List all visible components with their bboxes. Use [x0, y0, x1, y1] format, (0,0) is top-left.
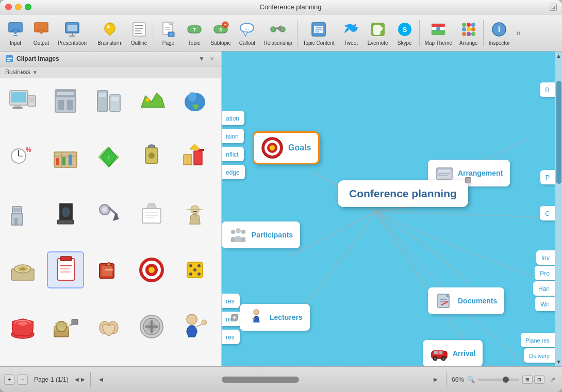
maximize-button[interactable]: [25, 4, 31, 10]
node-partial-edge[interactable]: edge: [222, 165, 245, 179]
toolbar-evernote[interactable]: Evernote: [365, 18, 391, 48]
clipart-item[interactable]: [90, 82, 127, 120]
skype-icon: S: [395, 20, 414, 39]
clipart-item[interactable]: [90, 251, 127, 288]
page-next-btn[interactable]: ▶: [81, 377, 85, 382]
toolbar-output[interactable]: Output: [29, 18, 54, 48]
svg-text:S: S: [402, 26, 407, 33]
clipart-item[interactable]: [176, 82, 213, 120]
zoom-thumb[interactable]: [503, 377, 509, 383]
canvas-scrollbar-thumb[interactable]: [222, 377, 299, 383]
category-arrow: ▼: [32, 70, 38, 75]
toolbar-topic-content[interactable]: Topic Content: [300, 18, 337, 48]
node-documents[interactable]: Documents: [428, 287, 504, 314]
node-partial-right-c[interactable]: C: [540, 206, 555, 220]
view-full-btn[interactable]: ⊡: [534, 376, 544, 384]
node-partial-res2[interactable]: res: [222, 330, 240, 344]
node-lecturers[interactable]: Lecturers: [240, 304, 310, 331]
toolbar-tweet[interactable]: Tweet: [339, 18, 363, 48]
clipart-item[interactable]: [133, 251, 170, 288]
node-partial-right-pro[interactable]: Pro: [535, 266, 555, 280]
lecturers-expand[interactable]: [229, 312, 240, 322]
clipart-item[interactable]: [4, 82, 41, 120]
svg-rect-61: [7, 60, 10, 61]
node-partial-right-plane[interactable]: Plane res: [521, 333, 555, 347]
clipart-item[interactable]: [47, 139, 84, 176]
clipart-item[interactable]: ↑: [90, 139, 127, 176]
node-partial-ision[interactable]: ision: [222, 129, 244, 143]
clipart-item[interactable]: [133, 308, 170, 345]
node-goals[interactable]: Goals: [253, 131, 320, 164]
category-bar[interactable]: Business ▼: [0, 66, 221, 78]
clipart-scroll-btn[interactable]: ▼: [199, 55, 205, 62]
clipart-item[interactable]: [4, 195, 41, 232]
node-partial-right-p[interactable]: P: [540, 170, 555, 184]
node-partial-right-r[interactable]: R: [540, 82, 555, 97]
node-partial-nflict[interactable]: nflict: [222, 147, 244, 161]
clipart-item[interactable]: [47, 195, 84, 232]
clipart-item[interactable]: %-: [4, 139, 41, 176]
clipart-item[interactable]: ⚊: [176, 195, 213, 232]
partial-label: Plane res: [526, 337, 550, 344]
node-partial-right-inv[interactable]: Inv: [536, 250, 555, 265]
clipart-item[interactable]: [176, 139, 213, 176]
clipart-item[interactable]: [133, 82, 170, 120]
toolbar-arrange[interactable]: Arrange: [456, 18, 481, 48]
node-participants[interactable]: Participants: [222, 221, 300, 248]
clipart-item[interactable]: [47, 82, 84, 120]
add-page-button[interactable]: +: [4, 374, 14, 385]
mindmap-canvas[interactable]: ation ision nflict edge: [222, 52, 555, 366]
scrollbar-thumb[interactable]: [556, 81, 561, 184]
canvas-scroll-left-btn[interactable]: ◀: [96, 374, 106, 385]
clipart-item[interactable]: [176, 308, 213, 345]
toolbar-topic[interactable]: T Topic: [182, 18, 207, 48]
node-central[interactable]: Conference planning: [338, 180, 468, 207]
view-fit-btn[interactable]: ⊞: [522, 376, 533, 384]
zoom-slider[interactable]: [478, 379, 519, 381]
node-partial-res1[interactable]: res: [222, 294, 240, 308]
remove-page-button[interactable]: −: [18, 374, 28, 385]
canvas-scroll-right-btn[interactable]: ▶: [431, 374, 441, 385]
clipart-item[interactable]: [133, 139, 170, 176]
toolbar-relationship[interactable]: Relationship: [260, 18, 295, 48]
clipart-item[interactable]: [47, 251, 84, 288]
node-partial-right-wri[interactable]: Wri: [535, 297, 555, 311]
toolbar-more-button[interactable]: »: [514, 26, 523, 40]
scrollbar-down-btn[interactable]: ▼: [556, 357, 561, 366]
svg-rect-8: [68, 25, 77, 31]
toolbar-map-theme[interactable]: Map Theme: [422, 18, 455, 48]
close-button[interactable]: [5, 4, 12, 10]
toolbar-page[interactable]: + Page: [156, 18, 181, 48]
toolbar-outline[interactable]: Outline: [127, 18, 152, 48]
toolbar-presentation[interactable]: Presentation: [55, 18, 90, 48]
partial-label: Pro: [540, 270, 550, 277]
arrangement-icon: [435, 164, 454, 182]
node-arrival[interactable]: Arrival: [423, 340, 483, 366]
clipart-item[interactable]: [176, 251, 213, 288]
node-partial-ation[interactable]: ation: [222, 111, 244, 125]
toolbar-callout[interactable]: ... Callout: [235, 18, 259, 48]
node-partial-right-delivery[interactable]: Delivery: [524, 348, 555, 363]
clipart-item[interactable]: [4, 308, 41, 345]
canvas-expand-btn[interactable]: ↗: [548, 374, 558, 385]
node-partial-right-han[interactable]: Han: [533, 281, 555, 296]
zoom-controls: [478, 379, 519, 381]
page-prev-btn[interactable]: ◀: [75, 377, 79, 382]
clipart-item[interactable]: [133, 195, 170, 232]
toolbar-brainstorm[interactable]: Brainstorm: [94, 18, 125, 48]
minimize-button[interactable]: [15, 4, 22, 10]
window-expand-button[interactable]: ⊡: [550, 4, 557, 11]
canvas-scrollbar-h[interactable]: [113, 377, 423, 383]
clipart-item[interactable]: [4, 251, 41, 288]
toolbar-subtopic[interactable]: S+ Subtopic: [208, 18, 234, 48]
scrollbar-up-btn[interactable]: ▲: [556, 52, 561, 60]
toolbar-input[interactable]: Input: [3, 18, 28, 48]
central-expand[interactable]: [465, 177, 471, 183]
toolbar-skype[interactable]: S Skype: [392, 18, 417, 48]
clipart-item[interactable]: [90, 195, 127, 232]
clipart-item[interactable]: [90, 308, 127, 345]
lecturers-icon: [247, 308, 266, 327]
clipart-close-button[interactable]: ×: [208, 55, 216, 63]
toolbar-inspector[interactable]: i Inspector: [486, 18, 513, 48]
clipart-item[interactable]: [47, 308, 84, 345]
